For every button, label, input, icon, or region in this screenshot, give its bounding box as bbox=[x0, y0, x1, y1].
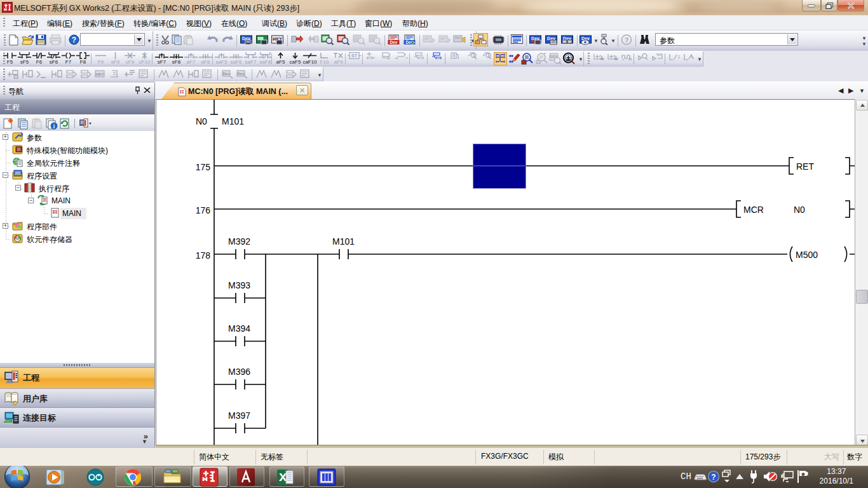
svg-text:?: ? bbox=[625, 36, 629, 44]
svg-text:M392: M392 bbox=[228, 236, 250, 247]
svg-text:RET: RET bbox=[796, 161, 814, 172]
svg-text:?: ? bbox=[711, 473, 715, 482]
svg-text:M101: M101 bbox=[222, 116, 244, 126]
svg-text:M394: M394 bbox=[228, 323, 250, 334]
svg-text:M397: M397 bbox=[228, 410, 250, 421]
svg-text:HKY: HKY bbox=[96, 72, 104, 76]
svg-text:N0: N0 bbox=[196, 116, 207, 126]
svg-text:Dev: Dev bbox=[237, 72, 245, 76]
svg-text:178: 178 bbox=[196, 250, 211, 261]
svg-text:ST: ST bbox=[351, 53, 358, 58]
svg-text:M396: M396 bbox=[228, 367, 250, 377]
svg-text:M101: M101 bbox=[332, 236, 355, 247]
svg-text:Dev: Dev bbox=[222, 72, 230, 76]
svg-text:176: 176 bbox=[196, 205, 211, 215]
svg-text:M500: M500 bbox=[796, 250, 818, 260]
svg-text:M393: M393 bbox=[228, 280, 250, 290]
svg-text:N0: N0 bbox=[794, 205, 805, 215]
svg-text:MCR: MCR bbox=[743, 205, 764, 215]
svg-text:Dev: Dev bbox=[390, 40, 398, 44]
svg-text:?: ? bbox=[72, 36, 76, 44]
svg-text:i: i bbox=[53, 123, 55, 130]
svg-text:175: 175 bbox=[196, 162, 211, 172]
